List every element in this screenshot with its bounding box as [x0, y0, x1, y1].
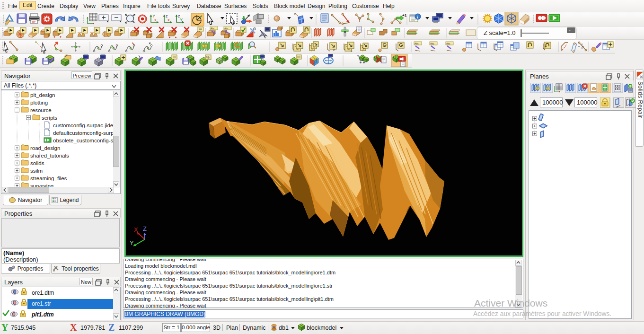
svg-text:$: $	[629, 85, 631, 88]
svg-text:x: x	[154, 18, 157, 22]
svg-text:Z scale=1.0: Z scale=1.0	[484, 29, 516, 36]
svg-text:Abc: Abc	[415, 42, 419, 45]
svg-text:Abc: Abc	[446, 42, 450, 45]
svg-text:Abc: Abc	[430, 42, 434, 45]
svg-text:Y: Y	[180, 18, 183, 22]
svg-text:defaultcustomconfig-surpac.: defaultcustomconfig-surpac.	[53, 130, 113, 136]
svg-text:customconfig-surpac.jide: customconfig-surpac.jide	[53, 123, 113, 128]
svg-text:Z: Z	[143, 225, 147, 232]
svg-text:obsolete_customconfig-surpa: obsolete_customconfig-surpa	[53, 138, 113, 143]
svg-text:solids: solids	[30, 160, 44, 166]
svg-text:shared_tutorials: shared_tutorials	[30, 153, 69, 158]
svg-text:%: %	[206, 55, 210, 60]
svg-text:»: »	[568, 28, 571, 33]
svg-text:plotting: plotting	[30, 100, 48, 105]
svg-text:resource: resource	[30, 107, 52, 113]
svg-text:Y: Y	[130, 239, 134, 246]
svg-text:c: c	[333, 48, 335, 52]
svg-text:x: x	[168, 18, 170, 22]
svg-text:road_design: road_design	[30, 145, 60, 151]
svg-text:pit_design: pit_design	[30, 92, 55, 98]
svg-text:streaming_files: streaming_files	[30, 176, 67, 181]
svg-text:c: c	[351, 49, 353, 52]
svg-text:scripts: scripts	[42, 115, 57, 121]
svg-text:Abc: Abc	[224, 27, 229, 30]
svg-text:Abc: Abc	[211, 27, 215, 30]
svg-text:+1: +1	[402, 13, 407, 18]
svg-text:ssilm: ssilm	[30, 168, 43, 174]
